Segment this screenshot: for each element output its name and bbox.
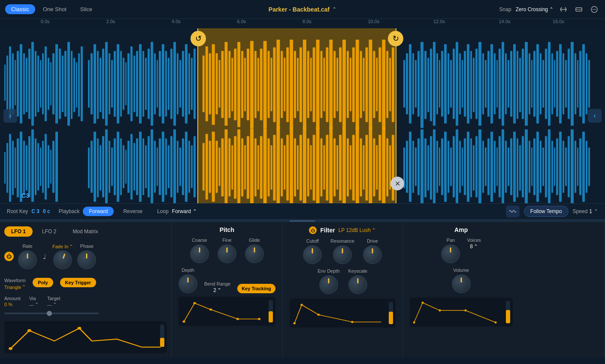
waveform-scroll-right[interactable]: ‹: [588, 109, 602, 123]
svg-rect-82: [415, 60, 417, 108]
rate-label: Rate: [22, 244, 32, 249]
svg-rect-277: [237, 42, 240, 127]
svg-rect-162: [55, 132, 58, 202]
resize-icon[interactable]: [573, 4, 584, 15]
svg-rect-313: [356, 39, 359, 129]
forward-button[interactable]: Forward: [83, 207, 114, 216]
file-title[interactable]: Parker - Backbeat.caf: [269, 6, 330, 13]
loop-value[interactable]: Forward ⌃: [172, 208, 197, 214]
voices-value[interactable]: 8 ⌃: [470, 244, 478, 250]
svg-rect-245: [531, 147, 532, 186]
via-group: Via --- ⌃: [29, 296, 39, 307]
speed-value[interactable]: 1: [589, 208, 592, 214]
loop-start-handle[interactable]: ↺: [191, 31, 206, 46]
svg-rect-326: [206, 134, 208, 199]
svg-rect-342: [257, 145, 259, 190]
waveform-mode-icon-button[interactable]: [506, 205, 520, 217]
expand-icon[interactable]: [558, 4, 569, 15]
phase-knob[interactable]: [77, 250, 96, 269]
svg-point-389: [209, 309, 212, 311]
svg-rect-32: [62, 55, 64, 112]
loop-end-handle[interactable]: ↻: [388, 31, 403, 46]
pan-knob[interactable]: [441, 244, 460, 263]
amount-slider[interactable]: [4, 313, 99, 314]
lfo-power-button[interactable]: ⏻: [4, 252, 14, 261]
svg-rect-254: [556, 138, 558, 195]
env-depth-knob[interactable]: [319, 275, 338, 294]
svg-rect-164: [91, 141, 93, 193]
title-chevron[interactable]: ⌃: [332, 6, 336, 12]
root-key-value[interactable]: C 3: [31, 208, 39, 214]
target-select[interactable]: --- ⌃: [47, 302, 60, 307]
drive-knob[interactable]: [363, 245, 382, 264]
svg-rect-85: [424, 51, 427, 119]
bend-range-value[interactable]: 2 ⌃: [213, 287, 221, 293]
svg-rect-47: [109, 53, 110, 114]
cutoff-knob[interactable]: [303, 245, 322, 264]
mod-matrix-tab[interactable]: Mod Matrix: [66, 226, 105, 237]
svg-rect-237: [508, 147, 509, 186]
key-tracking-button[interactable]: Key Tracking: [237, 284, 275, 293]
more-icon[interactable]: [589, 4, 600, 15]
svg-rect-133: [563, 53, 564, 114]
amount-slider-thumb[interactable]: [47, 311, 52, 316]
svg-rect-157: [42, 141, 44, 193]
depth-knob[interactable]: [178, 274, 197, 293]
svg-rect-216: [448, 141, 449, 193]
fade-knob[interactable]: [51, 247, 75, 271]
amp-env-bar: [506, 301, 510, 323]
svg-rect-38: [78, 53, 80, 117]
svg-rect-161: [52, 141, 54, 193]
svg-rect-339: [247, 136, 249, 199]
one-shot-mode-button[interactable]: One Shot: [37, 4, 73, 14]
cents-value[interactable]: 0 c: [43, 208, 50, 214]
svg-point-398: [439, 310, 441, 312]
svg-rect-207: [420, 129, 424, 203]
reverse-button[interactable]: Reverse: [117, 207, 148, 216]
svg-rect-44: [100, 58, 101, 112]
filter-env-bar-fill: [389, 312, 393, 324]
svg-rect-124: [536, 44, 539, 123]
glide-knob[interactable]: [245, 244, 264, 263]
svg-rect-329: [216, 141, 218, 193]
svg-rect-359: [313, 135, 315, 200]
filter-type-select[interactable]: LP 12dB Lush ⌃: [339, 227, 376, 233]
svg-rect-250: [545, 136, 547, 198]
keyscale-knob[interactable]: [348, 275, 367, 294]
lfo2-tab[interactable]: LFO 2: [35, 226, 63, 237]
key-trigger-button[interactable]: Key Trigger: [60, 278, 97, 287]
note-icon[interactable]: ♩: [41, 251, 48, 262]
svg-rect-52: [123, 58, 124, 110]
loop-region[interactable]: ↺ ↻ ✕: [197, 28, 396, 203]
waveform-area[interactable]: ↺ ↻ ✕ › ‹ C3: [0, 28, 605, 203]
loop-close-button[interactable]: ✕: [390, 177, 404, 190]
svg-rect-352: [290, 127, 293, 203]
svg-rect-325: [203, 143, 205, 190]
svg-rect-218: [453, 136, 455, 198]
waveform-value[interactable]: Triangle ⌃: [4, 284, 26, 290]
svg-rect-227: [478, 129, 481, 203]
filter-env-display[interactable]: [290, 298, 396, 328]
waveform-scroll-left[interactable]: ›: [3, 109, 17, 123]
fine-knob[interactable]: [218, 244, 236, 263]
resonance-knob[interactable]: [333, 245, 352, 264]
svg-rect-117: [517, 51, 518, 119]
svg-rect-271: [219, 60, 221, 108]
lfo1-tab[interactable]: LFO 1: [4, 226, 33, 237]
coarse-knob[interactable]: [190, 244, 209, 263]
slice-mode-button[interactable]: Slice: [74, 4, 98, 14]
amp-env-display[interactable]: [410, 298, 513, 327]
classic-mode-button[interactable]: Classic: [5, 4, 35, 14]
fade-select[interactable]: Fade In ⌃: [52, 244, 73, 250]
filter-power-button[interactable]: ⏻: [309, 226, 317, 234]
svg-rect-50: [117, 44, 119, 123]
volume-knob[interactable]: [452, 274, 471, 293]
follow-tempo-button[interactable]: Follow Tempo: [524, 206, 569, 217]
poly-button[interactable]: Poly: [33, 278, 53, 287]
pitch-env-display[interactable]: [178, 297, 275, 326]
via-select[interactable]: --- ⌃: [29, 302, 39, 307]
lfo-env-display[interactable]: [4, 321, 167, 353]
snap-value[interactable]: Zero Crossing ⌃: [516, 6, 554, 12]
rate-knob[interactable]: [18, 250, 37, 269]
svg-point-9: [594, 9, 595, 10]
